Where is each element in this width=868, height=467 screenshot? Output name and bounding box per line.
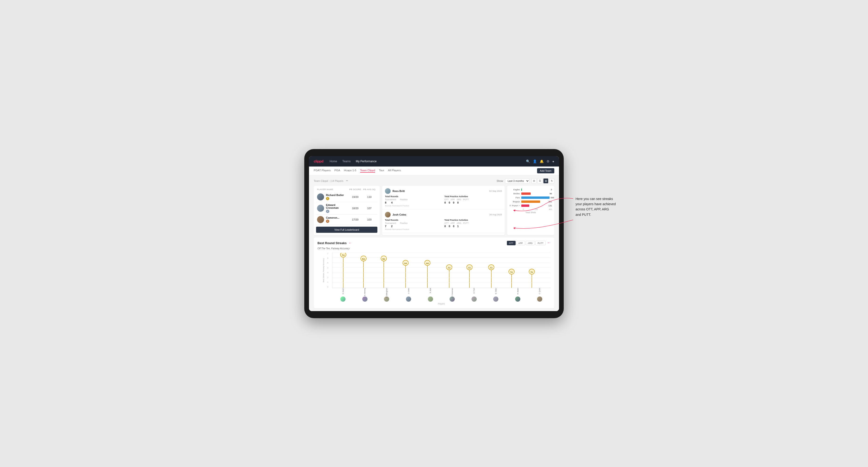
round-types: Rounds Tournament Practice <box>385 228 442 230</box>
logo: clippd <box>314 159 323 163</box>
chart-bar-bogeys <box>521 200 540 203</box>
y-ticks: 7 6 5 4 3 2 1 0 <box>328 253 332 288</box>
player-label: D. Ford <box>463 288 485 293</box>
rank-badge: 2 <box>326 210 329 213</box>
show-controls: Show Last 3 months ⊞ ☰ ▤ ⇅ <box>497 178 554 184</box>
practice-activities-group: Total Practice Activities OTT APP ARG PU… <box>444 219 502 230</box>
nav-teams[interactable]: Teams <box>342 160 351 163</box>
player-row[interactable]: Edward Crossman 2 18/20 107 <box>316 202 377 215</box>
add-team-button[interactable]: Add Team <box>537 168 554 173</box>
player-avatar <box>493 297 498 302</box>
round-avatar <box>385 212 391 217</box>
tab-all-players[interactable]: All Players <box>388 169 401 173</box>
player-row[interactable]: Cameron... 3 17/20 103 <box>316 215 377 225</box>
avatar-icon[interactable]: ● <box>552 159 554 163</box>
tab-tour[interactable]: Tour <box>379 169 384 173</box>
grid-view-btn[interactable]: ⊞ <box>531 178 536 184</box>
svg-text:6x: 6x <box>382 257 385 260</box>
pb-avg-sq: 110 <box>362 195 376 198</box>
chart-label: Bogeys <box>509 200 521 203</box>
filter-putt[interactable]: PUTT <box>535 241 546 245</box>
chart-label: D. Bogeys + <box>509 205 521 207</box>
player-avatar <box>406 297 411 302</box>
col-player-name: PLAYER NAME <box>317 188 348 191</box>
total-rounds-group: Total Rounds Tournament Practice 8 4 <box>385 195 442 207</box>
player-avatars-row <box>317 297 551 302</box>
filter-view-btn[interactable]: ⇅ <box>549 178 554 184</box>
chart-row: Pars 499 <box>509 196 552 199</box>
chart-axis: 0 200 400 <box>509 208 552 210</box>
pb-avg-sq: 103 <box>362 218 376 221</box>
period-select[interactable]: Last 3 months <box>505 178 530 184</box>
card-view-btn[interactable]: ▤ <box>543 178 549 184</box>
streak-chart: Best Streak, Fairway Accuracy 7 6 5 4 3 … <box>317 253 551 295</box>
chart-bar-pars <box>521 196 550 199</box>
chart-row: Bogeys 311 <box>509 200 552 203</box>
x-axis-label: Players <box>317 303 551 305</box>
rank-badge: 3 <box>326 220 329 223</box>
view-icons: ⊞ ☰ ▤ ⇅ <box>531 178 554 184</box>
show-label: Show <box>497 180 503 182</box>
total-rounds-group: Total Rounds Tournament Practice 7 2 <box>385 219 442 230</box>
list-view-btn[interactable]: ☰ <box>537 178 542 184</box>
bell-icon[interactable]: 🔔 <box>540 159 544 163</box>
round-date: 02 Sep 2023 <box>489 190 502 192</box>
player-label: E. Ewert <box>332 288 354 294</box>
avatar <box>317 216 324 223</box>
rounds-panel: Rees Britt 02 Sep 2023 Total Rounds Tour… <box>382 186 505 235</box>
main-content: Team Clippd | 14 Players ✏ Show Last 3 m… <box>309 176 559 311</box>
edit-icon[interactable]: ✏ <box>346 179 348 182</box>
nav-icons: 🔍 👤 🔔 ⚙ ● <box>526 159 554 163</box>
svg-text:5x: 5x <box>426 262 429 264</box>
tab-pgat-players[interactable]: PGAT Players <box>314 169 331 173</box>
round-avatar <box>385 188 391 194</box>
svg-text:7x: 7x <box>342 253 345 256</box>
chart-panel: Eagles 3 Birdies 96 <box>507 186 554 235</box>
settings-icon[interactable]: ⚙ <box>547 159 550 163</box>
annotation-box: Here you can see streaks your players ha… <box>576 196 630 217</box>
filter-ott[interactable]: OTT <box>507 241 516 245</box>
tab-team-clippd[interactable]: Team Clippd <box>360 169 375 173</box>
practice-val: 4 <box>391 201 393 204</box>
player-name: Cameron... <box>326 216 339 219</box>
sub-nav-links: PGAT Players PGA Hcaps 1-5 Team Clippd T… <box>314 169 401 173</box>
view-leaderboard-button[interactable]: View Full Leaderboard <box>316 227 377 233</box>
chart-bar-birdies <box>521 192 531 195</box>
player-name: Edward Crossman <box>326 204 348 209</box>
chart-bar-eagles <box>521 188 522 191</box>
pb-score: 17/20 <box>348 218 362 221</box>
filter-arg[interactable]: ARG <box>526 241 535 245</box>
round-card: Rees Britt 02 Sep 2023 Total Rounds Tour… <box>382 186 505 210</box>
pb-score: 19/20 <box>348 195 362 198</box>
round-stats: Total Rounds Tournament Practice 7 2 <box>385 219 502 230</box>
player-label: D. Billingham <box>376 288 398 298</box>
svg-text:5x: 5x <box>404 262 407 264</box>
tablet-screen: clippd Home Teams My Performance 🔍 👤 🔔 ⚙… <box>309 156 559 311</box>
practice-activities-group: Total Practice Activities OTT APP ARG PU… <box>444 195 502 207</box>
filter-app[interactable]: APP <box>516 241 525 245</box>
tab-hcaps[interactable]: Hcaps 1-5 <box>344 169 356 173</box>
streaks-section: Best Round Streaks ← OTT APP ARG PUTT ← <box>314 238 554 308</box>
player-row[interactable]: Richard Butler 1 19/20 110 <box>316 192 377 202</box>
annotation-text: Here you can see streaks your players ha… <box>576 196 630 217</box>
practice-activities-label: Total Practice Activities <box>444 195 502 198</box>
player-info: Cameron... 3 <box>317 216 348 223</box>
chart-row: Eagles 3 <box>509 188 552 191</box>
chart-row: D. Bogeys + 131 <box>509 204 552 207</box>
chart-title: Total Shots <box>509 211 552 214</box>
chart-label: Eagles <box>509 188 521 191</box>
pb-score: 18/20 <box>348 207 362 210</box>
round-types: Rounds Tournament Practice <box>385 205 442 207</box>
nav-my-performance[interactable]: My Performance <box>355 160 377 163</box>
player-avatar <box>515 297 520 302</box>
streak-filter-btns: OTT APP ARG PUTT ← <box>507 241 551 245</box>
round-player-name: Josh Coles <box>393 213 488 216</box>
streaks-title: Best Round Streaks <box>317 241 347 245</box>
search-icon[interactable]: 🔍 <box>526 159 530 163</box>
user-icon[interactable]: 👤 <box>533 159 537 163</box>
chart-bar-container <box>521 192 549 195</box>
col-pb-score: PB SCORE <box>348 188 362 191</box>
nav-home[interactable]: Home <box>329 160 338 163</box>
chart-val-birdies: 96 <box>550 192 552 195</box>
tab-pga[interactable]: PGA <box>335 169 340 173</box>
